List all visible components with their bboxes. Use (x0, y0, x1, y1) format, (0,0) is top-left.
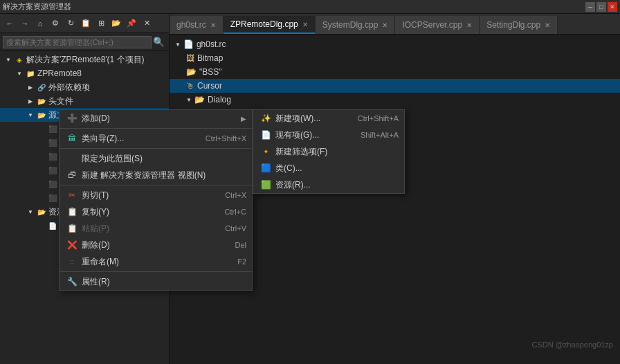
source-icon: 📂 (36, 109, 47, 120)
close-panel-button[interactable]: ✕ (140, 17, 154, 30)
submenu-item-existing[interactable]: 📄 现有项(G)... Shift+Alt+A (253, 127, 404, 143)
scope-label: 限定为此范围(S) (82, 153, 246, 165)
forward-button[interactable]: → (18, 17, 32, 30)
existing-shortcut: Shift+Alt+A (361, 131, 399, 139)
submenu-item-resource[interactable]: 🟩 资源(R)... (253, 176, 404, 193)
search-bar: 🔍 (0, 33, 169, 51)
tab-gh0st-rc[interactable]: gh0st.rc ✕ (170, 16, 224, 34)
delete-icon: ❌ (65, 238, 79, 252)
pin-button[interactable]: 📌 (125, 17, 138, 30)
settings-button[interactable]: ⚙ (48, 17, 62, 30)
tab-systemdlg-label: SystemDlg.cpp (322, 20, 379, 30)
tree-solution-root[interactable]: ◈ 解决方案'ZPRemote8'(1 个项目) (0, 53, 169, 66)
menu-item-rename[interactable]: :: 重命名(M) F2 (60, 253, 252, 270)
add-icon: ➕ (65, 111, 79, 125)
submenu-item-class[interactable]: 🟦 类(C)... (253, 160, 404, 176)
copy-button[interactable]: 📋 (79, 17, 93, 30)
ext-deps-label: 外部依赖项 (48, 82, 90, 93)
res-cursor[interactable]: 🖱 Cursor (170, 79, 620, 93)
project-label: ZPRemote8 (37, 69, 82, 78)
tab-iocp[interactable]: IOCPServer.cpp ✕ (395, 16, 480, 34)
new-icon: ✨ (259, 111, 273, 125)
tab-systemdlg[interactable]: SystemDlg.cpp ✕ (316, 16, 396, 34)
refresh-button[interactable]: ↻ (64, 17, 78, 30)
maximize-button[interactable]: □ (596, 2, 606, 12)
filter-label: 新建筛选项(F) (275, 146, 399, 158)
menu-item-cut[interactable]: ✂ 剪切(T) Ctrl+X (60, 187, 252, 203)
menu-item-class-wizard[interactable]: 🏛 类向导(Z)... Ctrl+Shift+X (60, 130, 252, 147)
context-menu: ➕ 添加(D) ▶ 🏛 类向导(Z)... Ctrl+Shift+X 限定为此范… (59, 109, 253, 291)
class-wizard-label: 类向导(Z)... (82, 133, 192, 145)
arrow-project (14, 68, 25, 79)
tab-setting[interactable]: SettingDlg.cpp ✕ (480, 16, 558, 34)
copy-label: 复制(Y) (82, 206, 211, 218)
paste-shortcut: Ctrl+V (225, 224, 246, 233)
delete-shortcut: Del (235, 241, 246, 249)
arrow-source (25, 109, 36, 120)
close-button[interactable]: ✕ (608, 2, 617, 12)
cut-label: 剪切(T) (82, 190, 211, 201)
res-dialog-label: Dialog (208, 95, 231, 104)
paste-icon: 📋 (65, 221, 79, 235)
tab-iocp-label: IOCPServer.cpp (402, 20, 462, 30)
tab-systemdlg-close[interactable]: ✕ (382, 21, 388, 29)
cut-icon: ✂ (65, 188, 79, 202)
solution-icon: ◈ (14, 54, 25, 65)
tree-header-files[interactable]: 📂 头文件 (0, 94, 169, 108)
arrow-header (25, 95, 36, 107)
tab-zpremotedlg-label: ZPRemoteDlg.cpp (230, 19, 298, 29)
submenu: ✨ 新建项(W)... Ctrl+Shift+A 📄 现有项(G)... Shi… (253, 109, 405, 194)
menu-item-properties[interactable]: 🔧 属性(R) (60, 273, 252, 290)
menu-item-delete[interactable]: ❌ 删除(D) Del (60, 237, 252, 253)
menu-item-paste[interactable]: 📋 粘贴(P) Ctrl+V (60, 220, 252, 237)
tree-project[interactable]: 📁 ZPRemote8 (0, 66, 169, 80)
tab-zpremotedlg[interactable]: ZPRemoteDlg.cpp ✕ (224, 16, 316, 34)
resource-icon: 🟩 (259, 178, 273, 192)
tab-setting-close[interactable]: ✕ (545, 21, 550, 29)
tab-iocp-close[interactable]: ✕ (466, 21, 472, 29)
new-view-label: 新建 解决方案资源管理器 视图(N) (82, 170, 246, 181)
menu-item-new-view[interactable]: 🗗 新建 解决方案资源管理器 视图(N) (60, 167, 252, 183)
search-input[interactable] (3, 36, 152, 48)
submenu-item-new[interactable]: ✨ 新建项(W)... Ctrl+Shift+A (253, 110, 404, 127)
cpp-icon-setting: ⬛ (47, 137, 58, 148)
minimize-button[interactable]: ─ (585, 2, 595, 12)
tab-gh0st-rc-close[interactable]: ✕ (210, 21, 216, 29)
filter-icon: 🔸 (259, 145, 273, 158)
rename-label: 重命名(M) (82, 256, 224, 268)
separator-4 (60, 271, 252, 272)
title-bar-text: 解决方案资源管理器 (3, 1, 71, 12)
menu-item-copy[interactable]: 📋 复制(Y) Ctrl+C (60, 203, 252, 220)
paste-label: 粘贴(P) (82, 223, 211, 235)
res-dialog-folder[interactable]: ▼ 📂 Dialog (170, 93, 620, 107)
submenu-item-filter[interactable]: 🔸 新建筛选项(F) (253, 143, 404, 160)
tree-external-deps[interactable]: 🔗 外部依赖项 (0, 80, 169, 94)
solution-label: 解决方案'ZPRemote8'(1 个项目) (26, 54, 145, 66)
separator-3 (60, 185, 252, 185)
properties-icon: 🔧 (65, 275, 79, 289)
home-button[interactable]: ⌂ (33, 17, 47, 30)
view-button[interactable]: ⊞ (94, 17, 108, 30)
res-bitmap[interactable]: 🖼 Bitmap (170, 51, 620, 65)
properties-label: 属性(R) (82, 276, 246, 288)
search-button[interactable]: 🔍 (152, 35, 166, 48)
open-button[interactable]: 📂 (109, 17, 123, 30)
separator-1 (60, 128, 252, 129)
res-bss[interactable]: 📂 "BSS" (170, 65, 620, 79)
add-arrow: ▶ (241, 115, 246, 122)
separator-2 (60, 148, 252, 149)
rename-shortcut: F2 (237, 257, 246, 266)
menu-item-add[interactable]: ➕ 添加(D) ▶ (60, 110, 252, 127)
menu-item-scope[interactable]: 限定为此范围(S) (60, 150, 252, 167)
tab-zpremotedlg-close[interactable]: ✕ (302, 21, 308, 28)
project-icon: 📁 (25, 68, 36, 79)
res-cursor-label: Cursor (197, 81, 222, 91)
class-label: 类(C)... (275, 163, 399, 174)
back-button[interactable]: ← (3, 17, 17, 30)
class-wizard-icon: 🏛 (65, 131, 79, 145)
txt-icon-readme: 📄 (47, 220, 58, 231)
new-view-icon: 🗗 (65, 168, 79, 182)
cpp-icon-zpremotedlg: ⬛ (47, 192, 58, 203)
delete-label: 删除(D) (82, 239, 221, 251)
res-root[interactable]: ▼ 📄 gh0st.rc (170, 37, 620, 51)
